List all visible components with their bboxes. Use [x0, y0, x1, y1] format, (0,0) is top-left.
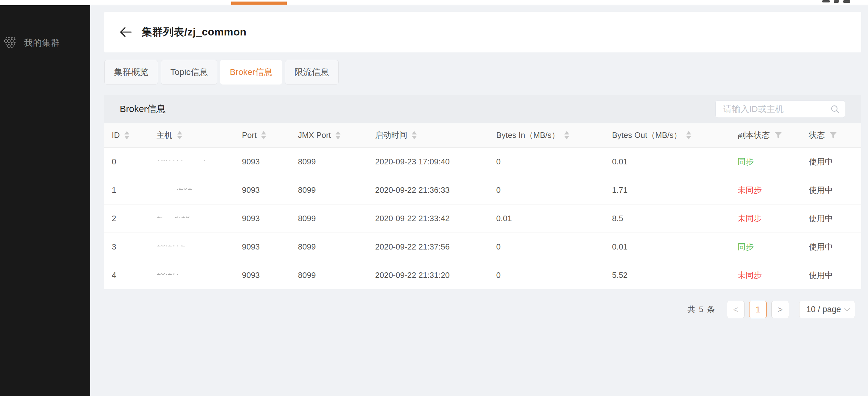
- pagination-total: 共 5 条: [687, 304, 715, 315]
- sort-icon[interactable]: [261, 131, 266, 139]
- cell-bytes-out: 5.52: [605, 261, 730, 289]
- tab-label: Topic信息: [170, 66, 208, 78]
- cell-status: 使用中: [801, 261, 861, 289]
- cell-id: 0: [104, 147, 149, 176]
- col-label: 副本状态: [738, 130, 770, 141]
- top-nav-bar: [0, 0, 868, 5]
- cell-status: 使用中: [801, 176, 861, 204]
- col-label: JMX Port: [298, 130, 331, 140]
- search-input[interactable]: [715, 100, 845, 118]
- page-size-select[interactable]: 10 / page: [799, 301, 855, 318]
- cell-replica-status: 未同步: [730, 261, 801, 289]
- filter-icon[interactable]: [774, 132, 782, 139]
- panel-title: Broker信息: [120, 103, 165, 116]
- col-header-jmx-port: JMX Port: [290, 123, 368, 147]
- tab-broker-info[interactable]: Broker信息: [220, 60, 282, 85]
- replica-status-badge: 同步: [738, 242, 754, 251]
- col-label: 主机: [156, 130, 173, 141]
- col-label: 启动时间: [375, 130, 407, 141]
- replica-status-badge: 同步: [738, 157, 754, 166]
- sidebar-item-my-clusters[interactable]: 我的集群: [0, 32, 90, 54]
- page-header: 集群列表/zj_common: [104, 12, 861, 53]
- cell-host: 10.17. 2: [149, 233, 235, 261]
- cell-port: 9093: [235, 233, 290, 261]
- cell-replica-status: 未同步: [730, 176, 801, 204]
- table-row: 0 10.17. 2 . 9093 8099 2020-09-23 17:09:…: [104, 147, 861, 176]
- col-header-bytes-in: Bytes In（MB/s）: [489, 123, 605, 147]
- redacted-host: 1. 9.10: [156, 217, 235, 221]
- replica-status-badge: 未同步: [738, 214, 762, 223]
- tab-label: Broker信息: [230, 66, 272, 78]
- cell-jmx-port: 8099: [290, 233, 368, 261]
- clipped-glyph: [834, 0, 840, 3]
- col-header-start-time: 启动时间: [368, 123, 489, 147]
- sort-icon[interactable]: [564, 131, 569, 139]
- cell-bytes-out: 0.01: [605, 147, 730, 176]
- col-label: ID: [112, 130, 120, 140]
- cell-id: 3: [104, 233, 149, 261]
- sort-icon[interactable]: [412, 131, 417, 139]
- redacted-host: .201: [156, 188, 235, 192]
- cell-jmx-port: 8099: [290, 176, 368, 204]
- col-header-bytes-out: Bytes Out（MB/s）: [605, 123, 730, 147]
- col-label: Port: [242, 130, 257, 140]
- cell-replica-status: 同步: [730, 147, 801, 176]
- sidebar: 我的集群: [0, 5, 90, 396]
- redacted-host: 10.17. 2 .: [156, 160, 235, 164]
- tab-cluster-overview[interactable]: 集群概览: [104, 60, 158, 85]
- table-header-row: ID 主机 Port JMX Port 启动时间 Bytes In（MB/s）: [104, 123, 861, 147]
- cell-host: .201: [149, 176, 235, 204]
- sort-icon[interactable]: [686, 131, 691, 139]
- cell-replica-status: 同步: [730, 233, 801, 261]
- sort-icon[interactable]: [177, 131, 182, 139]
- sidebar-item-label: 我的集群: [24, 37, 60, 49]
- pagination-page-1-button[interactable]: 1: [749, 301, 767, 318]
- cell-status: 使用中: [801, 147, 861, 176]
- clipped-glyph: [822, 0, 830, 2]
- cell-replica-status: 未同步: [730, 204, 801, 233]
- redacted-host: 10.17.: [156, 273, 235, 277]
- tab-topic-info[interactable]: Topic信息: [161, 60, 217, 85]
- cell-host: 10.17. 2 .: [149, 147, 235, 176]
- cell-host: 1. 9.10: [149, 204, 235, 233]
- page-size-label: 10 / page: [806, 305, 841, 314]
- panel-header: Broker信息: [104, 95, 861, 123]
- clipped-glyph: [843, 0, 850, 3]
- col-header-host: 主机: [149, 123, 235, 147]
- search-icon[interactable]: [830, 104, 840, 115]
- tab-label: 限流信息: [294, 66, 329, 78]
- sort-icon[interactable]: [336, 131, 340, 139]
- page-title: 集群列表/zj_common: [142, 25, 246, 39]
- cell-port: 9093: [235, 261, 290, 289]
- cell-host: 10.17.: [149, 261, 235, 289]
- pagination: 共 5 条 < 1 > 10 / page: [687, 301, 855, 318]
- cell-id: 1: [104, 176, 149, 204]
- tab-throttle-info[interactable]: 限流信息: [285, 60, 339, 85]
- cell-start-time: 2020-09-22 21:36:33: [368, 176, 489, 204]
- broker-search: [715, 100, 845, 118]
- sort-icon[interactable]: [124, 131, 129, 139]
- pagination-next-button[interactable]: >: [771, 301, 789, 318]
- pagination-prev-button[interactable]: <: [727, 301, 745, 318]
- col-header-port: Port: [235, 123, 290, 147]
- col-label: 状态: [809, 130, 825, 141]
- cell-bytes-out: 8.5: [605, 204, 730, 233]
- cell-bytes-in: 0: [489, 261, 605, 289]
- cell-bytes-out: 1.71: [605, 176, 730, 204]
- cell-port: 9093: [235, 204, 290, 233]
- broker-table: ID 主机 Port JMX Port 启动时间 Bytes In（MB/s）: [104, 123, 861, 289]
- active-nav-indicator: [231, 2, 287, 5]
- cell-start-time: 2020-09-22 21:37:56: [368, 233, 489, 261]
- col-header-status: 状态: [801, 123, 861, 147]
- cell-id: 4: [104, 261, 149, 289]
- cell-bytes-in: 0: [489, 147, 605, 176]
- col-header-replica-status: 副本状态: [730, 123, 801, 147]
- back-button[interactable]: [119, 25, 132, 39]
- cell-jmx-port: 8099: [290, 204, 368, 233]
- honeycomb-icon: [4, 36, 17, 50]
- cell-bytes-out: 0.01: [605, 233, 730, 261]
- filter-icon[interactable]: [829, 132, 837, 139]
- broker-info-panel: Broker信息 ID 主机: [104, 95, 861, 289]
- table-row: 4 10.17. 9093 8099 2020-09-22 21:31:20 0…: [104, 261, 861, 289]
- col-header-id: ID: [104, 123, 149, 147]
